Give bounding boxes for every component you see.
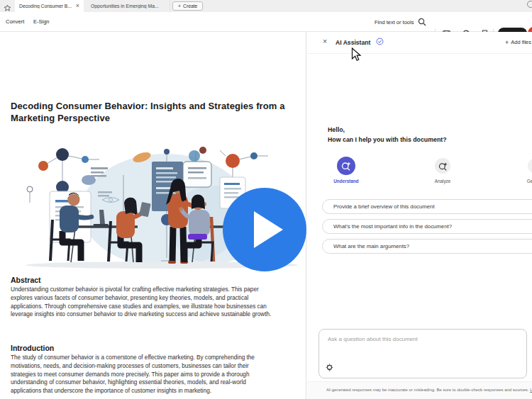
tab-label: Decoding Consumer B...: [19, 4, 74, 9]
add-files-button[interactable]: + Add files: [505, 39, 531, 45]
mouse-cursor: [351, 47, 362, 62]
understand-insights-icon: [341, 161, 351, 171]
find-label: Find text or tools: [375, 19, 414, 26]
tab-opportunities[interactable]: Opportunities in Emerging Ma...: [84, 0, 170, 12]
understand-button[interactable]: [337, 157, 355, 175]
document-title: Decoding Consumer Behavior: Insights and…: [11, 101, 286, 124]
tab-label: Opportunities in Emerging Ma...: [91, 4, 159, 9]
ask-question-input[interactable]: [319, 330, 526, 366]
close-panel-icon[interactable]: ×: [323, 37, 327, 45]
ai-assistant-title: AI Assistant: [336, 39, 370, 46]
suggestion-chip-main-arguments[interactable]: What are the main arguments?: [322, 239, 532, 254]
find-text-tools[interactable]: Find text or tools: [375, 12, 426, 32]
plus-icon: +: [178, 4, 181, 9]
window-control-partial: [527, 1, 532, 8]
menu-esign[interactable]: E-Sign: [33, 12, 50, 32]
ai-assistant-panel: × AI Assistant + Add files Hello, How ca…: [307, 32, 532, 399]
understand-label: Understand: [321, 179, 372, 184]
tab-bar: Decoding Consumer B... × Opportunities i…: [0, 0, 532, 12]
analyze-button[interactable]: [435, 158, 450, 174]
disclaimer-text: AI-generated responses may be inaccurate…: [326, 388, 529, 392]
add-files-label: Add files: [511, 39, 531, 45]
ai-disclaimer-bar: AI-generated responses may be inaccurate…: [307, 381, 532, 399]
create-button[interactable]: + Create: [172, 1, 203, 11]
play-icon: [223, 188, 306, 271]
tab-decoding-consumer[interactable]: Decoding Consumer B... ×: [15, 0, 84, 12]
verified-shield-icon: [376, 38, 384, 45]
document-pane: Decoding Consumer Behavior: Insights and…: [0, 32, 306, 399]
greeting-line2: How can I help you with this document?: [328, 136, 447, 143]
home-star-icon[interactable]: [4, 2, 11, 10]
lightbulb-icon[interactable]: [325, 364, 334, 373]
plus-icon: +: [505, 40, 509, 45]
suggestion-chip-important-info[interactable]: What's the most important info in the do…: [322, 219, 532, 234]
generate-button[interactable]: [528, 158, 532, 174]
generate-label: Generate: [514, 179, 532, 184]
greeting-line1: Hello,: [328, 126, 345, 133]
analyze-label: Analyze: [419, 179, 467, 184]
video-play-button[interactable]: [223, 188, 306, 271]
abstract-heading: Abstract: [11, 276, 41, 284]
analyze-icon: [438, 162, 448, 171]
menu-convert[interactable]: Convert: [6, 12, 24, 32]
toolbar: Convert E-Sign Find text or tools Share: [0, 12, 532, 32]
suggestion-chip-overview[interactable]: Provide a brief overview of this documen…: [322, 199, 532, 214]
question-input-box: [318, 329, 527, 378]
panel-header-divider: [307, 53, 532, 54]
create-label: Create: [183, 4, 197, 9]
introduction-body: The study of consumer behavior is a corn…: [11, 354, 275, 395]
abstract-body: Understanding customer behavior is pivot…: [11, 286, 275, 319]
introduction-heading: Introduction: [11, 344, 54, 352]
close-tab-icon[interactable]: ×: [76, 3, 79, 9]
search-icon: [418, 18, 426, 26]
